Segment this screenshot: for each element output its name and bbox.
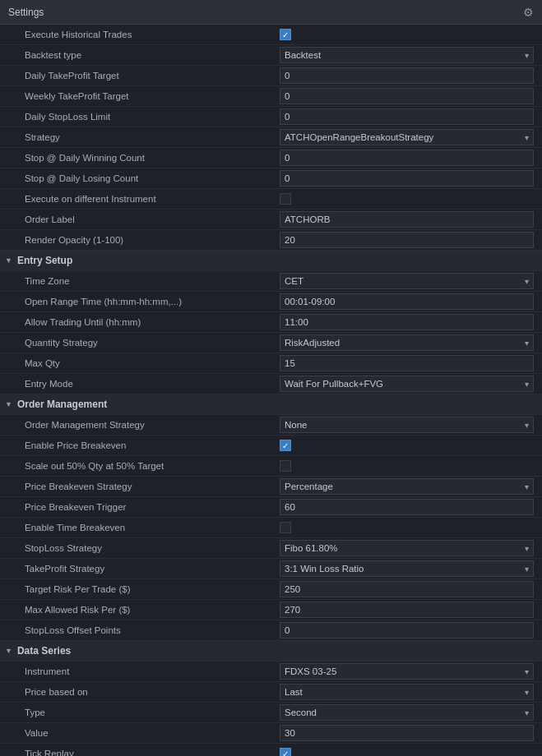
section-arrow-order: ▼ — [5, 400, 12, 408]
input-stop-losing[interactable] — [280, 170, 534, 187]
dropdown-price-breakeven-strategy[interactable]: Percentage Fixed — [280, 478, 534, 495]
dropdown-instrument[interactable]: FDXS 03-25 — [280, 663, 534, 680]
value-time-zone: CET UTC EST — [280, 273, 534, 289]
checkbox-execute-different[interactable] — [280, 193, 291, 205]
checkbox-tick-replay[interactable]: ✓ — [280, 748, 291, 756]
value-takeprofit-strategy: 3:1 Win Loss Ratio Fixed ATR — [280, 560, 534, 577]
row-tick-replay: Tick Replay ✓ — [0, 744, 542, 756]
label-weekly-takeprofit: Weekly TakeProfit Target — [8, 91, 280, 101]
input-stop-winning[interactable] — [280, 150, 534, 166]
value-stop-losing — [280, 170, 534, 187]
select-time-zone[interactable]: CET UTC EST — [280, 273, 534, 289]
value-daily-takeprofit — [280, 67, 534, 84]
dropdown-order-mgmt-strategy[interactable]: None Aggressive Conservative — [280, 417, 534, 433]
row-max-allowed-risk: Max Allowed Risk Per ($) — [0, 600, 542, 620]
row-strategy: Strategy ATCHOpenRangeBreakoutStrategy — [0, 127, 542, 148]
label-render-opacity: Render Opacity (1-100) — [8, 235, 280, 245]
value-scale-out — [280, 460, 534, 472]
label-backtest-type: Backtest type — [8, 50, 280, 60]
value-enable-price-breakeven: ✓ — [280, 440, 534, 451]
dropdown-price-based-on[interactable]: Last Bid Ask — [280, 684, 534, 700]
label-stoploss-offset: StopLoss Offset Points — [8, 625, 280, 635]
input-daily-takeprofit[interactable] — [280, 67, 534, 84]
settings-icon[interactable]: ⚙ — [523, 6, 534, 19]
label-stoploss-strategy: StopLoss Strategy — [8, 543, 280, 553]
label-allow-trading-until: Allow Trading Until (hh:mm) — [8, 317, 280, 327]
dropdown-stoploss-strategy[interactable]: Fibo 61.80% Fixed ATR — [280, 540, 534, 556]
select-takeprofit-strategy[interactable]: 3:1 Win Loss Ratio Fixed ATR — [280, 560, 534, 577]
dropdown-strategy[interactable]: ATCHOpenRangeBreakoutStrategy — [280, 129, 534, 145]
input-order-label[interactable] — [280, 211, 534, 228]
value-allow-trading-until — [280, 314, 534, 330]
row-stoploss-strategy: StopLoss Strategy Fibo 61.80% Fixed ATR — [0, 538, 542, 559]
label-open-range-time: Open Range Time (hh:mm-hh:mm,...) — [8, 297, 280, 307]
row-open-range-time: Open Range Time (hh:mm-hh:mm,...) — [0, 292, 542, 312]
checkbox-execute-historical[interactable]: ✓ — [280, 29, 291, 40]
label-entry-mode: Entry Mode — [8, 379, 280, 389]
settings-content: Execute Historical Trades ✓ Backtest typ… — [0, 25, 542, 756]
row-instrument: Instrument FDXS 03-25 — [0, 662, 542, 682]
section-entry-setup[interactable]: ▼ Entry Setup — [0, 251, 542, 271]
row-execute-different: Execute on different Instrument — [0, 189, 542, 210]
value-tick-replay: ✓ — [280, 748, 534, 756]
row-price-based-on: Price based on Last Bid Ask — [0, 682, 542, 703]
check-tick-replay: ✓ — [282, 749, 289, 757]
label-stop-losing: Stop @ Daily Losing Count — [8, 173, 280, 183]
row-enable-time-breakeven: Enable Time Breakeven — [0, 518, 542, 538]
row-max-qty: Max Qty — [0, 353, 542, 374]
check-price-breakeven: ✓ — [282, 441, 289, 450]
dropdown-backtest-type[interactable]: Backtest Live — [280, 47, 534, 63]
value-enable-time-breakeven — [280, 522, 534, 533]
section-order-management[interactable]: ▼ Order Management — [0, 394, 542, 415]
input-value[interactable] — [280, 725, 534, 741]
label-takeprofit-strategy: TakeProfit Strategy — [8, 564, 280, 574]
label-enable-time-breakeven: Enable Time Breakeven — [8, 523, 280, 532]
checkbox-enable-time-breakeven[interactable] — [280, 522, 291, 533]
label-type: Type — [8, 708, 280, 717]
select-entry-mode[interactable]: Wait For Pullback+FVG Immediate — [280, 376, 534, 392]
input-stoploss-offset[interactable] — [280, 622, 534, 638]
checkbox-enable-price-breakeven[interactable]: ✓ — [280, 440, 291, 451]
checkbox-scale-out[interactable] — [280, 460, 291, 472]
dropdown-quantity-strategy[interactable]: RiskAdjusted Fixed — [280, 334, 534, 351]
value-order-mgmt-strategy: None Aggressive Conservative — [280, 417, 534, 433]
dropdown-time-zone[interactable]: CET UTC EST — [280, 273, 534, 289]
select-order-mgmt-strategy[interactable]: None Aggressive Conservative — [280, 417, 534, 433]
label-value: Value — [8, 728, 280, 738]
row-takeprofit-strategy: TakeProfit Strategy 3:1 Win Loss Ratio F… — [0, 559, 542, 579]
value-stop-winning — [280, 150, 534, 166]
label-max-qty: Max Qty — [8, 358, 280, 368]
select-price-breakeven-strategy[interactable]: Percentage Fixed — [280, 478, 534, 495]
value-price-breakeven-strategy: Percentage Fixed — [280, 478, 534, 495]
select-stoploss-strategy[interactable]: Fibo 61.80% Fixed ATR — [280, 540, 534, 556]
value-value — [280, 725, 534, 741]
input-weekly-takeprofit[interactable] — [280, 88, 534, 104]
input-open-range-time[interactable] — [280, 293, 534, 310]
row-target-risk-per-trade: Target Risk Per Trade ($) — [0, 579, 542, 600]
label-daily-stoploss: Daily StopLoss Limit — [8, 112, 280, 122]
select-strategy[interactable]: ATCHOpenRangeBreakoutStrategy — [280, 129, 534, 145]
input-price-breakeven-trigger[interactable] — [280, 499, 534, 515]
input-render-opacity[interactable] — [280, 232, 534, 248]
input-target-risk-per-trade[interactable] — [280, 581, 534, 597]
dropdown-takeprofit-strategy[interactable]: 3:1 Win Loss Ratio Fixed ATR — [280, 560, 534, 577]
select-instrument[interactable]: FDXS 03-25 — [280, 663, 534, 680]
section-data-series[interactable]: ▼ Data Series — [0, 641, 542, 662]
value-backtest-type: Backtest Live — [280, 47, 534, 63]
value-type: Second Minute Hour — [280, 704, 534, 721]
select-price-based-on[interactable]: Last Bid Ask — [280, 684, 534, 700]
input-max-qty[interactable] — [280, 355, 534, 371]
dropdown-entry-mode[interactable]: Wait For Pullback+FVG Immediate — [280, 376, 534, 392]
select-quantity-strategy[interactable]: RiskAdjusted Fixed — [280, 334, 534, 351]
select-type[interactable]: Second Minute Hour — [280, 704, 534, 721]
row-weekly-takeprofit: Weekly TakeProfit Target — [0, 86, 542, 107]
input-allow-trading-until[interactable] — [280, 314, 534, 330]
input-max-allowed-risk[interactable] — [280, 602, 534, 618]
value-weekly-takeprofit — [280, 88, 534, 104]
section-title-entry: Entry Setup — [17, 255, 72, 266]
dropdown-type[interactable]: Second Minute Hour — [280, 704, 534, 721]
select-backtest-type[interactable]: Backtest Live — [280, 47, 534, 63]
input-daily-stoploss[interactable] — [280, 108, 534, 125]
value-max-qty — [280, 355, 534, 371]
row-entry-mode: Entry Mode Wait For Pullback+FVG Immedia… — [0, 374, 542, 394]
